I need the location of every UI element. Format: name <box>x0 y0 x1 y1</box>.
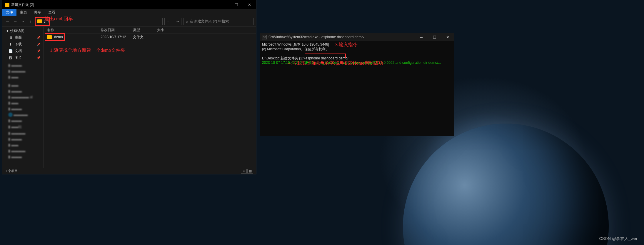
pin-icon: 📌 <box>37 43 40 46</box>
pin-icon: 📌 <box>37 56 40 59</box>
sidebar-item-documents[interactable]: 📄 文档 📌 <box>2 48 43 54</box>
minimize-button[interactable]: ─ <box>415 33 428 41</box>
sidebar-item-downloads[interactable]: ⬇ 下载 📌 <box>2 41 43 48</box>
column-name[interactable]: 名称 <box>47 28 101 33</box>
watermark: CSDN @事在人_wei <box>599 236 637 241</box>
address-bar[interactable]: cmd <box>35 18 163 25</box>
terminal-titlebar[interactable]: C:\ C:\Windows\System32\cmd.exe - esphom… <box>260 33 454 41</box>
sidebar-item-pictures[interactable]: 🖼 图片 📌 <box>2 54 43 61</box>
sidebar-item-label: 桌面 <box>15 35 22 40</box>
forward-button[interactable]: → <box>12 19 18 24</box>
file-date: 2023/10/7 17:12 <box>101 35 133 39</box>
file-list-pane: 名称 修改日期 类型 大小 demo 2023/10/7 17:12 文件夹 <box>44 27 256 168</box>
folder-icon <box>37 19 42 23</box>
terminal-line: (c) Microsoft Corporation。保留所有权利。 <box>262 47 329 51</box>
back-button[interactable]: ← <box>5 19 11 24</box>
folder-icon <box>5 3 9 7</box>
file-list[interactable]: demo 2023/10/7 17:12 文件夹 <box>44 34 256 168</box>
document-icon: 📄 <box>8 49 13 53</box>
column-type[interactable]: 类型 <box>133 28 157 33</box>
tab-share[interactable]: 共享 <box>31 9 45 16</box>
desktop-icon: 🖥 <box>8 36 13 40</box>
search-icon: ⌕ <box>186 19 188 24</box>
explorer-titlebar[interactable]: 新建文件夹 (2) ─ ☐ ✕ <box>2 0 256 9</box>
close-button[interactable]: ✕ <box>441 33 454 41</box>
sidebar-item-label: 文档 <box>15 49 22 54</box>
pin-icon: 📌 <box>37 49 40 53</box>
sidebar-item-label: 图片 <box>15 55 22 60</box>
quick-access-label: 快速访问 <box>10 29 24 34</box>
cmd-terminal-window: C:\ C:\Windows\System32\cmd.exe - esphom… <box>260 33 454 136</box>
column-date[interactable]: 修改日期 <box>101 28 133 33</box>
cmd-icon: C:\ <box>262 35 267 39</box>
download-icon: ⬇ <box>8 42 13 46</box>
navigation-bar: ← → ▾ ↑ cmd ⌄ → ⌕ 在 新建文件夹 (2) 中搜索 <box>2 16 256 27</box>
tab-home[interactable]: 主页 <box>16 9 31 16</box>
terminal-title: C:\Windows\System32\cmd.exe - esphome da… <box>268 35 364 39</box>
folder-icon <box>47 35 52 39</box>
view-icons-icon[interactable]: ▦ <box>247 169 253 174</box>
maximize-button[interactable]: ☐ <box>428 33 441 41</box>
terminal-output-line: 2023-10-07 17:15:42,726 INFO Starting da… <box>262 61 441 65</box>
up-button[interactable]: ↑ <box>28 19 34 24</box>
close-button[interactable]: ✕ <box>243 0 256 9</box>
terminal-prompt: D:\Desktop\新建文件夹 (2)> <box>262 56 306 60</box>
recent-dropdown-icon[interactable]: ▾ <box>20 19 26 24</box>
search-input[interactable]: ⌕ 在 新建文件夹 (2) 中搜索 <box>183 18 254 25</box>
ribbon-tabs: 文件 主页 共享 查看 <box>2 9 256 16</box>
terminal-line: Microsoft Windows [版本 10.0.19045.3448] <box>262 42 329 46</box>
sidebar-item-label: 下载 <box>15 42 22 47</box>
refresh-button[interactable]: → <box>174 18 181 25</box>
window-title: 新建文件夹 (2) <box>11 2 34 7</box>
view-details-icon[interactable]: ≡ <box>241 169 247 174</box>
status-bar: 1 个项目 ≡ ▦ <box>2 168 256 174</box>
terminal-command: esphome dashboard demo/ <box>306 56 348 60</box>
address-dropdown-button[interactable]: ⌄ <box>164 18 172 25</box>
tab-view[interactable]: 查看 <box>45 9 59 16</box>
sidebar-item-desktop[interactable]: 🖥 桌面 📌 <box>2 34 43 41</box>
sidebar-blurred-items: ▮ ▬▬▬ ▮ ▬▬▬▬ ▮ ▬▬ ▮ ▬▬ ▮ ▬▬▬ ▮ ▬▬▬▬▬ al … <box>2 62 43 160</box>
address-path: cmd <box>44 19 51 24</box>
quick-access-group[interactable]: ★ 快速访问 <box>2 29 43 34</box>
file-explorer-window: 新建文件夹 (2) ─ ☐ ✕ 文件 主页 共享 查看 ← → ▾ ↑ cmd … <box>2 0 256 174</box>
navigation-sidebar[interactable]: ★ 快速访问 🖥 桌面 📌 ⬇ 下载 📌 📄 文档 📌 🖼 图片 � <box>2 27 44 168</box>
file-name: demo <box>54 35 101 39</box>
pin-icon: 📌 <box>37 36 40 39</box>
tab-file[interactable]: 文件 <box>2 9 16 16</box>
column-headers[interactable]: 名称 修改日期 类型 大小 <box>44 27 256 34</box>
terminal-output[interactable]: Microsoft Windows [版本 10.0.19045.3448] (… <box>260 41 454 136</box>
search-placeholder: 在 新建文件夹 (2) 中搜索 <box>190 19 229 24</box>
file-type: 文件夹 <box>133 35 157 40</box>
column-size[interactable]: 大小 <box>157 28 175 33</box>
picture-icon: 🖼 <box>8 56 13 60</box>
maximize-button[interactable]: ☐ <box>230 0 243 9</box>
file-row[interactable]: demo 2023/10/7 17:12 文件夹 <box>44 34 256 40</box>
star-icon: ★ <box>6 29 9 33</box>
minimize-button[interactable]: ─ <box>216 0 230 9</box>
status-text: 1 个项目 <box>5 169 18 173</box>
